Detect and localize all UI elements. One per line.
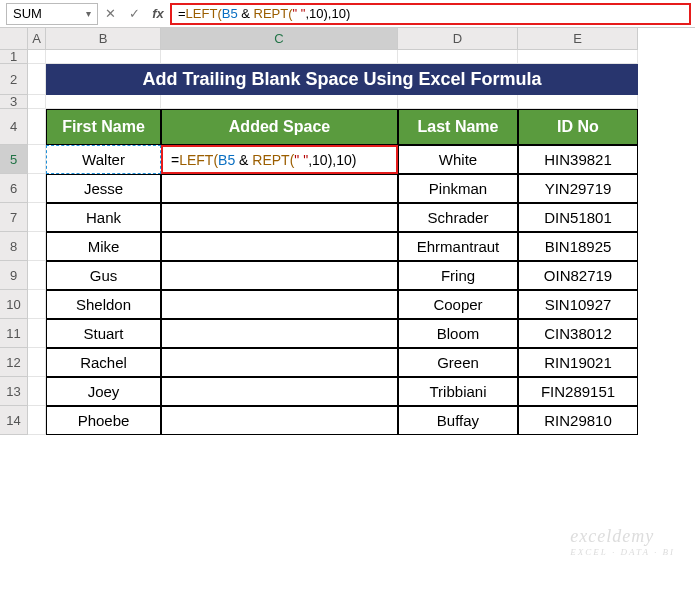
watermark-sub: EXCEL · DATA · BI xyxy=(570,547,675,557)
cell-a9[interactable] xyxy=(28,261,46,290)
cell-c10[interactable] xyxy=(161,290,398,319)
cell-a13[interactable] xyxy=(28,377,46,406)
cell-a8[interactable] xyxy=(28,232,46,261)
cell-e10[interactable]: SIN10927 xyxy=(518,290,638,319)
cell-b10[interactable]: Sheldon xyxy=(46,290,161,319)
cell-a10[interactable] xyxy=(28,290,46,319)
watermark: exceldemy EXCEL · DATA · BI xyxy=(570,526,675,557)
select-all-corner[interactable] xyxy=(0,28,28,50)
header-first-name[interactable]: First Name xyxy=(46,109,161,145)
cell-d12[interactable]: Green xyxy=(398,348,518,377)
cell-e11[interactable]: CIN38012 xyxy=(518,319,638,348)
row-header-2[interactable]: 2 xyxy=(0,64,28,95)
cell-c8[interactable] xyxy=(161,232,398,261)
row-header-3[interactable]: 3 xyxy=(0,95,28,109)
row-header-6[interactable]: 6 xyxy=(0,174,28,203)
cell-e9[interactable]: OIN82719 xyxy=(518,261,638,290)
cell-b6[interactable]: Jesse xyxy=(46,174,161,203)
col-header-b[interactable]: B xyxy=(46,28,161,50)
cell-c5-editing[interactable]: =LEFT(B5 & REPT(" ",10),10) xyxy=(161,145,398,174)
cell-c9[interactable] xyxy=(161,261,398,290)
cell-c1[interactable] xyxy=(161,50,398,64)
row-header-14[interactable]: 14 xyxy=(0,406,28,435)
header-last-name[interactable]: Last Name xyxy=(398,109,518,145)
chevron-down-icon[interactable]: ▾ xyxy=(86,8,91,19)
row-header-13[interactable]: 13 xyxy=(0,377,28,406)
row-header-8[interactable]: 8 xyxy=(0,232,28,261)
cell-d11[interactable]: Bloom xyxy=(398,319,518,348)
cell-d3[interactable] xyxy=(398,95,518,109)
cell-b14[interactable]: Phoebe xyxy=(46,406,161,435)
cell-formula-text: =LEFT(B5 & REPT(" ",10),10) xyxy=(171,152,356,168)
row-header-10[interactable]: 10 xyxy=(0,290,28,319)
row-header-5[interactable]: 5 xyxy=(0,145,28,174)
accept-formula-button[interactable]: ✓ xyxy=(122,3,146,25)
cell-b12[interactable]: Rachel xyxy=(46,348,161,377)
header-id-no[interactable]: ID No xyxy=(518,109,638,145)
name-box[interactable]: SUM ▾ xyxy=(6,3,98,25)
cell-d8[interactable]: Ehrmantraut xyxy=(398,232,518,261)
cell-a7[interactable] xyxy=(28,203,46,232)
cell-e13[interactable]: FIN289151 xyxy=(518,377,638,406)
cell-b1[interactable] xyxy=(46,50,161,64)
formula-bar: SUM ▾ ✕ ✓ fx =LEFT(B5 & REPT(" ",10),10) xyxy=(0,0,695,28)
cell-a2[interactable] xyxy=(28,64,46,95)
row-header-4[interactable]: 4 xyxy=(0,109,28,145)
row-header-7[interactable]: 7 xyxy=(0,203,28,232)
cell-d6[interactable]: Pinkman xyxy=(398,174,518,203)
cell-e1[interactable] xyxy=(518,50,638,64)
cell-b3[interactable] xyxy=(46,95,161,109)
formula-text: =LEFT(B5 & REPT(" ",10),10) xyxy=(178,6,350,21)
cell-b9[interactable]: Gus xyxy=(46,261,161,290)
cell-e12[interactable]: RIN19021 xyxy=(518,348,638,377)
spreadsheet-grid[interactable]: A B C D E 1 2 Add Trailing Blank Space U… xyxy=(0,28,695,435)
cell-c12[interactable] xyxy=(161,348,398,377)
cell-d14[interactable]: Buffay xyxy=(398,406,518,435)
cancel-formula-button[interactable]: ✕ xyxy=(98,3,122,25)
formula-input[interactable]: =LEFT(B5 & REPT(" ",10),10) xyxy=(170,3,691,25)
row-header-1[interactable]: 1 xyxy=(0,50,28,64)
col-header-e[interactable]: E xyxy=(518,28,638,50)
cell-b5[interactable]: Walter xyxy=(46,145,161,174)
cell-d5[interactable]: White xyxy=(398,145,518,174)
cell-a14[interactable] xyxy=(28,406,46,435)
cell-a6[interactable] xyxy=(28,174,46,203)
cell-c13[interactable] xyxy=(161,377,398,406)
cell-a3[interactable] xyxy=(28,95,46,109)
title-cell[interactable]: Add Trailing Blank Space Using Excel For… xyxy=(46,64,638,95)
cell-c11[interactable] xyxy=(161,319,398,348)
cell-a5[interactable] xyxy=(28,145,46,174)
cell-a1[interactable] xyxy=(28,50,46,64)
name-box-value: SUM xyxy=(13,6,42,21)
cell-e3[interactable] xyxy=(518,95,638,109)
col-header-a[interactable]: A xyxy=(28,28,46,50)
cell-b7[interactable]: Hank xyxy=(46,203,161,232)
cell-d7[interactable]: Schrader xyxy=(398,203,518,232)
cell-d10[interactable]: Cooper xyxy=(398,290,518,319)
cell-a4[interactable] xyxy=(28,109,46,145)
cell-e5[interactable]: HIN39821 xyxy=(518,145,638,174)
cell-b8[interactable]: Mike xyxy=(46,232,161,261)
row-header-11[interactable]: 11 xyxy=(0,319,28,348)
row-header-12[interactable]: 12 xyxy=(0,348,28,377)
cell-c14[interactable] xyxy=(161,406,398,435)
cell-e14[interactable]: RIN29810 xyxy=(518,406,638,435)
cell-e6[interactable]: YIN29719 xyxy=(518,174,638,203)
cell-c6[interactable] xyxy=(161,174,398,203)
col-header-c[interactable]: C xyxy=(161,28,398,50)
cell-a12[interactable] xyxy=(28,348,46,377)
cell-c7[interactable] xyxy=(161,203,398,232)
cell-d9[interactable]: Fring xyxy=(398,261,518,290)
row-header-9[interactable]: 9 xyxy=(0,261,28,290)
cell-d13[interactable]: Tribbiani xyxy=(398,377,518,406)
cell-c3[interactable] xyxy=(161,95,398,109)
cell-e7[interactable]: DIN51801 xyxy=(518,203,638,232)
col-header-d[interactable]: D xyxy=(398,28,518,50)
cell-d1[interactable] xyxy=(398,50,518,64)
fx-button[interactable]: fx xyxy=(146,3,170,25)
cell-a11[interactable] xyxy=(28,319,46,348)
header-added-space[interactable]: Added Space xyxy=(161,109,398,145)
cell-b11[interactable]: Stuart xyxy=(46,319,161,348)
cell-e8[interactable]: BIN18925 xyxy=(518,232,638,261)
cell-b13[interactable]: Joey xyxy=(46,377,161,406)
